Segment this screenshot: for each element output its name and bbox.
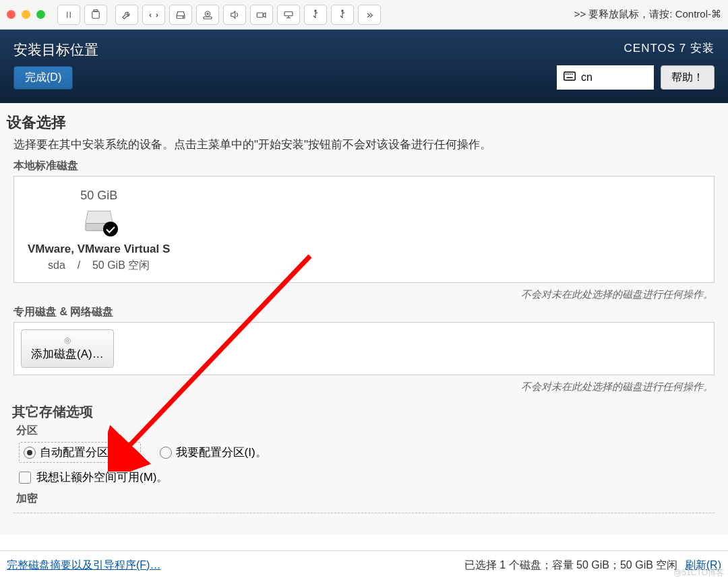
close-window-icon[interactable]: [7, 10, 16, 19]
watermark: @51CTO博客: [673, 567, 724, 579]
snapshot-button[interactable]: [84, 5, 107, 25]
svg-rect-17: [564, 72, 576, 80]
vm-host-toolbar: >> 要释放鼠标，请按: Control-⌘: [0, 0, 728, 30]
resize-icon[interactable]: [142, 5, 165, 25]
maximize-window-icon[interactable]: [36, 10, 45, 19]
svg-rect-18: [566, 73, 567, 75]
svg-rect-2: [92, 11, 100, 18]
radio-icon: [160, 447, 172, 459]
sound-icon[interactable]: [223, 5, 246, 25]
disk-item-sda[interactable]: 50 GiB VMware, VMware Virtual S sda / 50…: [28, 189, 170, 273]
selected-check-icon: [103, 222, 118, 236]
disk-note: 不会对未在此处选择的磁盘进行任何操作。: [7, 288, 713, 301]
page-title: 安装目标位置: [13, 40, 98, 59]
checkbox-icon: [19, 472, 31, 484]
radio-auto-partition[interactable]: 自动配置分区(U)。: [19, 442, 141, 463]
minimize-window-icon[interactable]: [22, 10, 30, 19]
disk-plus-icon: ◎: [64, 335, 71, 345]
done-button[interactable]: 完成(D): [13, 66, 73, 90]
hdd-icon[interactable]: [169, 5, 192, 25]
radio-manual-partition[interactable]: 我要配置分区(I)。: [160, 445, 267, 460]
main-content: 设备选择 选择要在其中安装系统的设备。点击主菜单中的"开始安装"按钮前不会对该设…: [0, 103, 728, 534]
local-disks-label: 本地标准磁盘: [13, 159, 721, 173]
separator: [13, 513, 715, 513]
kb-layout-value: cn: [581, 71, 593, 84]
keyboard-icon: [564, 71, 576, 84]
keyboard-layout-selector[interactable]: cn: [557, 65, 654, 90]
svg-rect-3: [94, 9, 98, 11]
device-selection-heading: 设备选择: [7, 112, 721, 133]
local-disks-panel: 50 GiB VMware, VMware Virtual S sda / 50…: [13, 176, 715, 283]
installer-header: 安装目标位置 完成(D) CENTOS 7 安装 cn 帮助！: [0, 30, 728, 103]
svg-rect-19: [568, 73, 569, 75]
svg-rect-20: [570, 73, 571, 75]
cd-icon[interactable]: [196, 5, 219, 25]
usb-icon[interactable]: [304, 5, 327, 25]
bottom-bar: 完整磁盘摘要以及引导程序(F)… 已选择 1 个磁盘；容量 50 GiB；50 …: [0, 550, 728, 580]
svg-marker-9: [231, 11, 235, 18]
disk-name: VMware, VMware Virtual S: [28, 243, 170, 256]
encrypt-label: 加密: [16, 492, 721, 506]
device-selection-description: 选择要在其中安装系统的设备。点击主菜单中的"开始安装"按钮前不会对该设备进行任何…: [7, 137, 721, 152]
pause-button[interactable]: [57, 5, 80, 25]
window-controls: [7, 10, 45, 19]
disk-info: sda / 50 GiB 空闲: [28, 259, 170, 273]
svg-rect-8: [204, 17, 212, 19]
partition-label: 分区: [16, 424, 721, 438]
radio-icon: [24, 447, 36, 459]
special-disks-label: 专用磁盘 & 网络磁盘: [13, 305, 721, 319]
disk-summary-link[interactable]: 完整磁盘摘要以及引导程序(F)…: [7, 558, 160, 573]
storage-options-heading: 其它存储选项: [12, 403, 721, 421]
add-disk-label: 添加磁盘(A)…: [31, 346, 104, 362]
svg-point-5: [183, 16, 183, 17]
installer-subtitle: CENTOS 7 安装: [557, 40, 715, 56]
svg-rect-22: [567, 77, 573, 79]
svg-point-15: [315, 9, 316, 11]
special-disks-panel: ◎ 添加磁盘(A)…: [13, 322, 715, 375]
camera-icon[interactable]: [250, 5, 273, 25]
checkbox-extra-space[interactable]: 我想让额外空间可用(M)。: [19, 470, 721, 485]
svg-point-7: [207, 13, 208, 14]
hdd-icon: [84, 208, 114, 232]
more-icon[interactable]: [358, 5, 381, 25]
usb2-icon[interactable]: [331, 5, 354, 25]
svg-rect-10: [257, 13, 263, 18]
svg-point-16: [342, 9, 343, 11]
svg-point-6: [205, 11, 210, 16]
add-disk-button[interactable]: ◎ 添加磁盘(A)…: [21, 329, 114, 368]
wrench-icon[interactable]: [115, 5, 138, 25]
release-cursor-hint: >> 要释放鼠标，请按: Control-⌘: [574, 8, 721, 21]
disk-size: 50 GiB: [28, 189, 170, 203]
svg-rect-21: [572, 73, 573, 75]
disk-note-2: 不会对未在此处选择的磁盘进行任何操作。: [7, 381, 713, 393]
help-button[interactable]: 帮助！: [661, 65, 715, 90]
svg-rect-12: [284, 11, 293, 15]
network-icon[interactable]: [277, 5, 300, 25]
